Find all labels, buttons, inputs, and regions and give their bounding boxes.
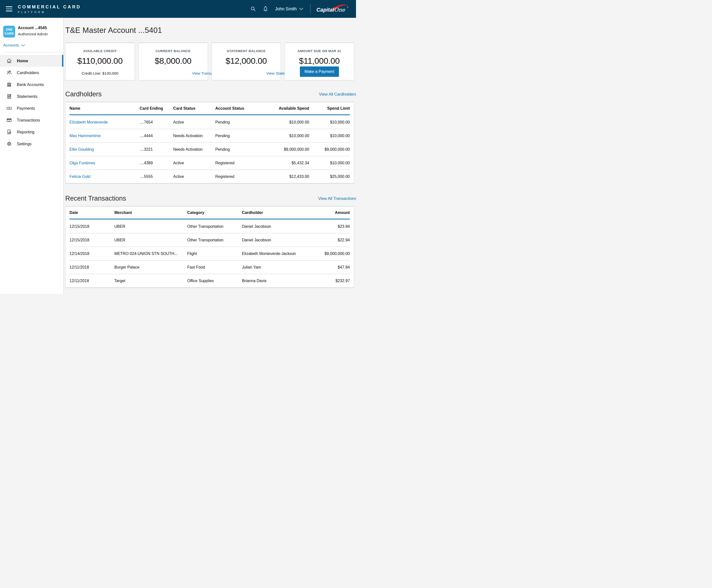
merchant-cell: METRO 024-UNION STN SOUTH... [114,252,187,256]
card-label: STATEMENT BALANCE [212,49,281,53]
svg-text:$: $ [9,107,10,109]
transactions-table: Date Merchant Category Cardholder Amount… [65,206,354,288]
cardholders-icon [6,70,12,75]
top-header: COMMERCIAL CARD PLATFORM John Smith Capi… [0,0,356,18]
chevron-down-icon [299,8,303,10]
merchant-cell: Target [114,279,187,283]
account-status-cell: Pending [215,120,263,125]
date-cell: 12/11/2018 [69,265,114,270]
available-spend-cell: $5,432.34 [263,161,309,165]
sidebar-item-bank-accounts[interactable]: Bank Accounts [0,79,63,90]
spend-limit-cell: $10,000.00 [309,161,350,165]
statement-document-icon: $ [6,93,12,99]
user-name: John Smith [275,6,297,12]
sidebar-item-label: Home [17,59,28,63]
card-value: $12,000.00 [212,56,281,66]
card-ending-cell: ....7654 [140,120,173,125]
sidebar-item-statements[interactable]: $ Statements [0,90,63,102]
category-cell: Flight [187,252,242,256]
cardholder-row: Olga Funtimes ....4389 Active Registered… [69,156,350,169]
sidebar-item-settings[interactable]: Settings [0,138,63,150]
app-subtitle: PLATFORM [18,10,81,14]
svg-text:Capital: Capital [317,7,334,13]
account-role: Authorized Admin [18,32,48,36]
view-all-cardholders-link[interactable]: View All Cardholders [319,92,356,97]
cardholder-name-link[interactable]: Elizabeth Monteverde [69,120,140,125]
category-cell: Fast Food [187,265,242,270]
one-card-badge: ONE CARD [3,26,15,38]
account-status-cell: Pending [215,147,263,152]
app-title: COMMERCIAL CARD [18,4,81,9]
search-icon[interactable] [250,6,256,12]
sidebar-item-cardholders[interactable]: Cardholders [0,67,63,79]
sidebar-item-label: Transactions [17,118,40,123]
header-actions: John Smith Capital One ® [250,3,356,14]
cardholder-name-link[interactable]: Felicia Gold [69,174,140,179]
current-balance-card: CURRENT BALANCE $8,000.00 View Transacti… [139,42,208,80]
available-credit-card: AVAILABLE CREDIT $110,000.00 Credit Line… [65,42,135,80]
home-icon [6,58,12,63]
make-a-payment-button[interactable]: Make a Payment [300,66,339,77]
account-status-cell: Registered [215,161,263,165]
cardholder-name-link[interactable]: Max Hammertime [69,134,140,138]
cardholder-cell: Julian Yam [242,265,313,270]
available-spend-cell: $10,000.00 [263,120,309,125]
sidebar-item-label: Payments [17,106,35,111]
sidebar-item-transactions[interactable]: Transactions [0,114,63,126]
amount-cell: $47.84 [313,265,350,270]
category-cell: Other Transportation [187,238,242,243]
date-cell: 12/11/2018 [69,279,114,283]
spend-limit-cell: $10,000.00 [309,120,350,125]
accounts-dropdown[interactable]: Accounts [3,43,25,47]
statement-balance-card: STATEMENT BALANCE $12,000.00 View Statem… [211,42,281,80]
card-ending-cell: ....3221 [140,147,173,152]
sidebar-item-label: Settings [17,142,32,146]
spend-limit-cell: $10,000.00 [309,134,350,138]
sidebar-item-label: Cardholders [17,70,39,75]
spend-limit-cell: $25,000.00 [309,174,350,179]
available-spend-cell: $12,433.00 [263,174,309,179]
merchant-cell: UBER [114,224,187,229]
sidebar-item-label: Statements [17,94,37,99]
cardholder-name-link[interactable]: Ellie Goulding [69,147,140,152]
cardholder-cell: Daniel Jacobson [242,224,313,229]
svg-text:®: ® [347,6,349,8]
sidebar-item-payments[interactable]: $ Payments [0,102,63,114]
card-value: $11,000.00 [285,56,354,66]
gear-icon [6,141,12,147]
user-menu[interactable]: John Smith [275,6,303,12]
report-chart-icon [6,129,12,135]
card-status-cell: Active [173,120,215,125]
transactions-title: Recent Transactions [65,195,126,202]
main-content: T&E Master Account ...5401 AVAILABLE CRE… [63,18,354,288]
cardholder-row: Max Hammertime ....4444 Needs Activation… [69,129,350,142]
transactions-section-head: Recent Transactions View All Transaction… [65,195,356,202]
view-all-transactions-link[interactable]: View All Transactions [318,196,356,201]
summary-cards: AVAILABLE CREDIT $110,000.00 Credit Line… [65,42,354,80]
available-spend-cell: $9,000,000.00 [263,147,309,152]
sidebar-item-home[interactable]: Home [0,55,63,67]
card-status-cell: Needs Activation [173,134,215,138]
menu-icon[interactable] [6,6,12,12]
cardholder-name-link[interactable]: Olga Funtimes [69,161,140,165]
svg-text:$: $ [9,94,11,96]
card-ending-cell: ....4389 [140,161,173,165]
cardholders-table-header: Name Card Ending Card Status Account Sta… [69,102,350,115]
sidebar-divider [3,52,60,52]
card-label: AMOUNT DUE ON MAR 31 [285,49,354,53]
card-status-cell: Active [173,174,215,179]
commercial-card-dashboard: { "colors": { "header_navy": "#043c5a", … [0,0,356,294]
account-summary: ONE CARD Account ...4545 Authorized Admi… [0,18,63,38]
transaction-row: 12/15/2018 UBER Other Transportation Dan… [69,219,350,233]
amount-due-card: AMOUNT DUE ON MAR 31 $11,000.00 Make a P… [285,42,354,80]
date-cell: 12/15/2018 [69,238,114,243]
available-spend-cell: $10,000.00 [263,134,309,138]
sidebar-item-label: Reporting [17,130,35,134]
sidebar: ONE CARD Account ...4545 Authorized Admi… [0,18,63,294]
chevron-down-icon [21,44,25,46]
transactions-table-header: Date Merchant Category Cardholder Amount [69,207,350,219]
amount-cell: $22.94 [313,238,350,243]
svg-text:One: One [334,7,345,13]
notifications-bell-icon[interactable] [263,6,268,12]
sidebar-item-reporting[interactable]: Reporting [0,126,63,138]
